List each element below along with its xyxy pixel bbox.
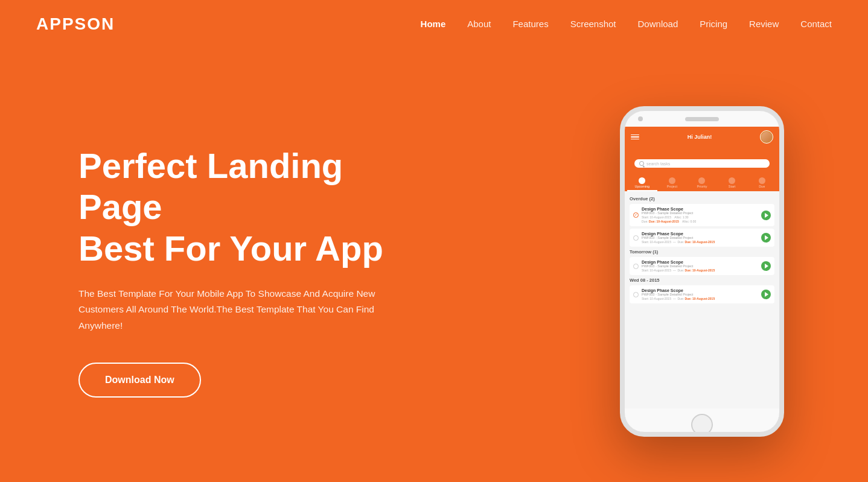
- task-info: Design Phase Scope PWF003 - Sample Detai…: [642, 288, 758, 300]
- task-checkbox[interactable]: [633, 235, 639, 241]
- play-icon: [765, 264, 768, 268]
- tab-upcoming[interactable]: Upcoming: [627, 175, 657, 191]
- hero-title: Perfect Landing Page Best For Your App: [78, 145, 429, 269]
- section-tomorrow-label: Tomorrow (1): [630, 249, 774, 255]
- tab-due-label: Due: [759, 185, 765, 188]
- nav-item-pricing[interactable]: Pricing: [700, 19, 727, 30]
- play-icon: [765, 213, 768, 218]
- hero-title-line1: Perfect Landing Page: [78, 146, 343, 226]
- nav-links: Home About Features Screenshot Download …: [421, 19, 832, 30]
- task-name: Design Phase Scope: [642, 207, 758, 211]
- task-meta: Start: 10-August-2015 — Due: Due: 10-Aug…: [642, 268, 758, 272]
- task-item[interactable]: Design Phase Scope PWF003 - Sample Detai…: [630, 229, 774, 247]
- task-project: PWF003 - Sample Detailed Project: [642, 211, 758, 215]
- nav-item-screenshot[interactable]: Screenshot: [570, 19, 616, 30]
- task-meta: Start: 10-August-2015 — Due: Due: 10-Aug…: [642, 297, 758, 300]
- task-play-button[interactable]: [761, 290, 771, 299]
- phone-screen: Hi Julian! search tasks: [625, 127, 779, 408]
- task-name: Design Phase Scope: [642, 288, 758, 293]
- task-item[interactable]: Design Phase Scope PWF003 - Sample Detai…: [630, 204, 774, 226]
- task-checkbox[interactable]: [633, 264, 639, 269]
- avatar: [760, 130, 773, 144]
- app-search-bar[interactable]: search tasks: [634, 159, 770, 168]
- phone-outer: Hi Julian! search tasks: [620, 106, 784, 437]
- phone-bottom: [625, 408, 779, 437]
- hamburger-icon: [631, 135, 639, 140]
- task-info: Design Phase Scope PWF003 - Sample Detai…: [642, 232, 758, 244]
- home-button[interactable]: [691, 414, 713, 436]
- task-info: Design Phase Scope PWF003 - Sample Detai…: [642, 207, 758, 223]
- search-placeholder: search tasks: [646, 162, 670, 166]
- task-meta: Start: 10-August-2015 Alloc: 1:30: [642, 215, 758, 219]
- nav-item-features[interactable]: Features: [512, 19, 548, 30]
- nav-item-review[interactable]: Review: [749, 19, 779, 30]
- project-icon: [669, 177, 675, 184]
- task-name: Design Phase Scope: [642, 260, 758, 264]
- speaker-slot: [685, 117, 719, 121]
- nav-link-contact[interactable]: Contact: [800, 19, 832, 29]
- nav-item-download[interactable]: Download: [638, 19, 678, 30]
- play-icon: [765, 292, 768, 297]
- task-checkbox-checked[interactable]: [633, 212, 639, 218]
- tab-start[interactable]: Start: [717, 175, 747, 191]
- task-name: Design Phase Scope: [642, 232, 758, 236]
- tab-project[interactable]: Project: [657, 175, 688, 191]
- task-item[interactable]: Design Phase Scope PWF003 - Sample Detai…: [630, 285, 774, 303]
- priority-icon: [698, 177, 705, 184]
- nav-item-contact[interactable]: Contact: [800, 19, 832, 30]
- tab-priority-label: Priority: [697, 185, 707, 188]
- nav-item-about[interactable]: About: [467, 19, 491, 30]
- task-list: Overdue (2) Design Phase Scope PWF003 - …: [625, 191, 779, 408]
- task-due: Due: Due: 10-August-2015 Alloc: 0:00: [642, 220, 758, 223]
- hero-subtitle: The Best Template For Your Mobile App To…: [78, 286, 392, 334]
- app-header: Hi Julian!: [625, 127, 779, 153]
- tab-upcoming-label: Upcoming: [634, 185, 649, 188]
- upcoming-icon: [639, 177, 645, 184]
- app-tab-bar: Upcoming Project Priority Start: [625, 175, 779, 191]
- phone-mockup: Hi Julian! search tasks: [608, 106, 796, 437]
- search-icon: [639, 161, 644, 166]
- due-icon: [759, 177, 765, 184]
- nav-link-home[interactable]: Home: [421, 19, 446, 29]
- task-play-button[interactable]: [761, 233, 771, 243]
- play-icon: [765, 235, 768, 240]
- phone-top-bar: [625, 111, 779, 127]
- nav-link-features[interactable]: Features: [512, 19, 548, 29]
- tab-start-label: Start: [729, 185, 736, 188]
- download-now-button[interactable]: Download Now: [78, 363, 201, 398]
- task-item[interactable]: Design Phase Scope PWF003 - Sample Detai…: [630, 257, 774, 275]
- nav-link-pricing[interactable]: Pricing: [700, 19, 727, 29]
- hero-title-line2: Best For Your App: [78, 229, 383, 268]
- start-icon: [729, 177, 735, 184]
- tab-due[interactable]: Due: [747, 175, 777, 191]
- nav-link-download[interactable]: Download: [638, 19, 678, 29]
- task-project: PWF003 - Sample Detailed Project: [642, 264, 758, 268]
- nav-link-screenshot[interactable]: Screenshot: [570, 19, 616, 29]
- nav-item-home[interactable]: Home: [421, 19, 446, 30]
- app-greeting: Hi Julian!: [688, 134, 712, 140]
- task-play-button[interactable]: [761, 211, 771, 220]
- navbar: APPSON Home About Features Screenshot Do…: [0, 0, 868, 48]
- task-project: PWF003 - Sample Detailed Project: [642, 293, 758, 296]
- camera-dot: [638, 116, 643, 121]
- tab-priority[interactable]: Priority: [687, 175, 717, 191]
- task-info: Design Phase Scope PWF003 - Sample Detai…: [642, 260, 758, 272]
- section-wed-label: Wed 08 - 2015: [630, 277, 774, 283]
- section-overdue-label: Overdue (2): [630, 196, 774, 201]
- app-header-top: Hi Julian!: [631, 130, 773, 144]
- task-project: PWF003 - Sample Detailed Project: [642, 236, 758, 239]
- task-play-button[interactable]: [761, 261, 771, 271]
- hero-section: Perfect Landing Page Best For Your App T…: [0, 48, 868, 482]
- avatar-image: [761, 132, 772, 142]
- hero-content: Perfect Landing Page Best For Your App T…: [78, 145, 429, 398]
- task-meta: Start: 10-August-2015 — Due: Due: 10-Aug…: [642, 240, 758, 244]
- nav-link-about[interactable]: About: [467, 19, 491, 29]
- task-checkbox[interactable]: [633, 292, 639, 297]
- brand-logo: APPSON: [36, 14, 115, 34]
- tab-project-label: Project: [667, 185, 677, 188]
- nav-link-review[interactable]: Review: [749, 19, 779, 29]
